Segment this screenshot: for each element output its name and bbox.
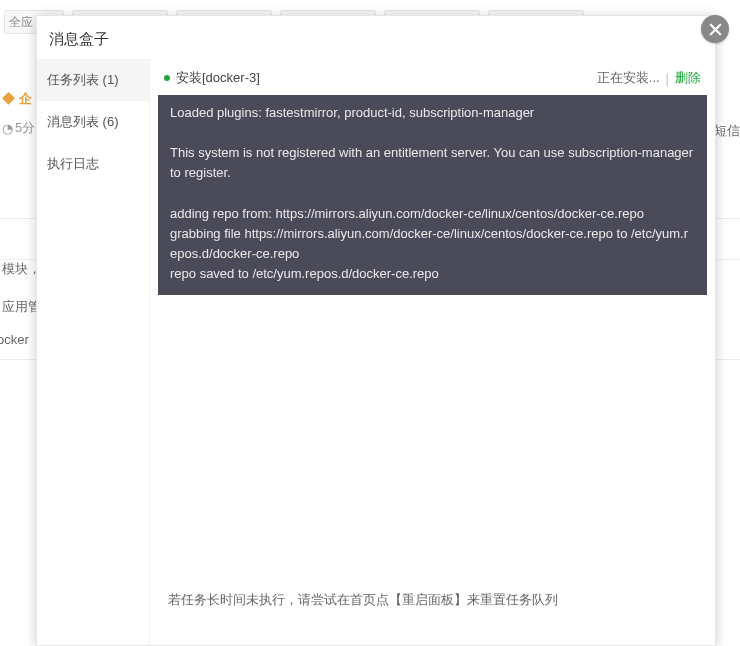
clock-icon: ◔	[2, 121, 13, 136]
console-output[interactable]: Loaded plugins: fastestmirror, product-i…	[158, 95, 707, 295]
sidebar-item[interactable]: 执行日志	[37, 143, 149, 185]
bg-row-label: ocker	[0, 332, 29, 347]
separator: |	[666, 71, 669, 86]
status-dot-icon	[164, 75, 170, 81]
close-button[interactable]	[701, 15, 729, 43]
task-title: 安装[docker-3]	[176, 69, 597, 87]
footer-hint: 若任务长时间未执行，请尝试在首页点【重启面板】来重置任务队列	[158, 573, 707, 645]
sidebar: 任务列表 (1)消息列表 (6)执行日志	[37, 59, 150, 645]
sidebar-item[interactable]: 任务列表 (1)	[37, 59, 149, 101]
bg-clock: ◔5分	[2, 119, 35, 137]
bg-warning: ◆ 企	[2, 90, 32, 108]
main-panel: 安装[docker-3] 正在安装... | 删除 Loaded plugins…	[150, 59, 715, 645]
spacer	[158, 295, 707, 573]
task-status: 正在安装...	[597, 69, 660, 87]
modal-title: 消息盒子	[37, 16, 715, 59]
task-header: 安装[docker-3] 正在安装... | 删除	[158, 59, 707, 95]
message-box-modal: 消息盒子 任务列表 (1)消息列表 (6)执行日志 安装[docker-3] 正…	[36, 15, 716, 646]
close-icon	[708, 22, 723, 37]
delete-link[interactable]: 删除	[675, 69, 701, 87]
modal-body: 任务列表 (1)消息列表 (6)执行日志 安装[docker-3] 正在安装..…	[37, 59, 715, 645]
sidebar-item[interactable]: 消息列表 (6)	[37, 101, 149, 143]
